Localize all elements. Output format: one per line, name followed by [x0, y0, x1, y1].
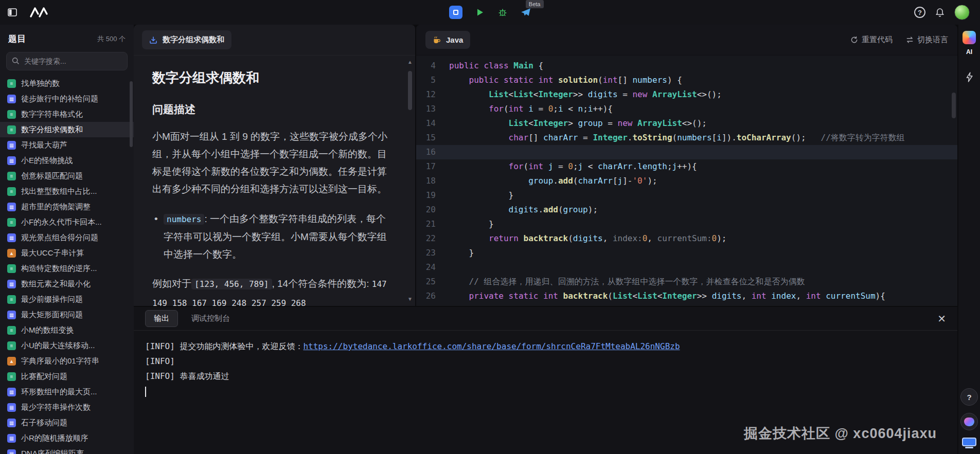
sidebar-item[interactable]: ▦数组元素之和最小化 [0, 276, 134, 292]
rail-top: AI [958, 25, 980, 82]
code-line[interactable]: 19 } [416, 188, 957, 203]
param-name-code: numbers [164, 214, 204, 225]
problem-scrollbar-thumb[interactable] [408, 71, 412, 110]
problem-panel-header: 数字分组求偶数和 [134, 25, 415, 56]
problem-tab[interactable]: 数字分组求偶数和 [142, 30, 231, 49]
sidebar-item[interactable]: ▦最少字符串操作次数 [0, 399, 134, 415]
sidebar-item[interactable]: ▦环形数组中的最大页... [0, 384, 134, 399]
watermark: 掘金技术社区 @ xc0604jiaxu [744, 424, 937, 443]
sidebar-item[interactable]: ≡创意标题匹配问题 [0, 168, 134, 184]
code-line[interactable]: 25 // 组合选择，用递归、回溯的方法，从数字组中选择一个数字，并检查各位之和… [416, 275, 957, 289]
notifications-bell-icon[interactable] [935, 7, 945, 17]
code-line[interactable]: 16 [416, 145, 957, 159]
sidebar-item[interactable]: ▦小R的随机播放顺序 [0, 430, 134, 446]
sidebar-item[interactable]: ≡最少前缀操作问题 [0, 292, 134, 307]
problem-list: ≡找单独的数▦徒步旅行中的补给问题≡数字字符串格式化≡数字分组求偶数和▦寻找最大… [0, 76, 134, 454]
sidebar-toggle-button[interactable] [7, 7, 17, 17]
switch-language-label: 切换语言 [917, 35, 948, 45]
debug-bug-icon[interactable] [497, 7, 508, 17]
switch-language-button[interactable]: 切换语言 [906, 35, 948, 45]
difficulty-icon: ▦ [7, 203, 16, 211]
code-line[interactable]: 24 [416, 260, 957, 275]
line-number: 24 [416, 260, 449, 275]
problem-title: 创意标题匹配问题 [21, 171, 83, 181]
code-line[interactable]: 21 } [416, 217, 957, 231]
sidebar-scrollbar-thumb[interactable] [130, 81, 133, 147]
sidebar-item[interactable]: ▦寻找最大葫芦 [0, 137, 134, 153]
switch-icon [906, 36, 914, 44]
problem-title: 小R的随机播放顺序 [21, 433, 88, 443]
sidebar-item[interactable]: ▦超市里的货物架调整 [0, 199, 134, 214]
code-line[interactable]: 12 List<List<Integer>> digits = new Arra… [416, 87, 957, 102]
ai-assistant-button[interactable] [963, 31, 976, 44]
sidebar-item[interactable]: ≡找单独的数 [0, 76, 134, 91]
sidebar-item[interactable]: ▦小E的怪物挑战 [0, 153, 134, 168]
line-content: return backtrack(digits, index:0, curren… [449, 231, 726, 246]
code-line[interactable]: 5 public static int solution(int[] numbe… [416, 73, 957, 87]
help-float-button[interactable]: ? [960, 388, 978, 406]
lightning-icon[interactable] [966, 72, 973, 82]
sidebar-item[interactable]: ▲字典序最小的01字符串 [0, 353, 134, 369]
search-icon [11, 57, 20, 67]
sidebar-item[interactable]: ≡数字分组求偶数和 [0, 122, 134, 137]
difficulty-icon: ≡ [7, 110, 16, 119]
code-line[interactable]: 20 digits.add(group); [416, 203, 957, 217]
sidebar-item[interactable]: ▦石子移动问题 [0, 415, 134, 430]
difficulty-icon: ▦ [7, 449, 16, 454]
line-number: 19 [416, 188, 449, 203]
scroll-up-button[interactable]: ▲ [407, 59, 413, 66]
run-panel-icon[interactable] [449, 6, 462, 19]
sidebar-item[interactable]: ▦观光景点组合得分问题 [0, 230, 134, 245]
code-line[interactable]: 23 } [416, 246, 957, 260]
sidebar-item[interactable]: ≡比赛配对问题 [0, 369, 134, 384]
code-line[interactable]: 14 List<Integer> group = new ArrayList<>… [416, 116, 957, 131]
close-console-button[interactable]: ✕ [937, 314, 946, 324]
sidebar-item[interactable]: ▦DNA序列编辑距离 [0, 446, 134, 454]
device-button[interactable] [962, 438, 976, 449]
java-tab[interactable]: Java [425, 31, 470, 49]
share-plane-icon[interactable]: Beta [520, 7, 531, 18]
sidebar-item[interactable]: ▦最大矩形面积问题 [0, 307, 134, 322]
sidebar-item[interactable]: ≡数字字符串格式化 [0, 106, 134, 122]
code-line[interactable]: 15 char[] charArr = Integer.toString(num… [416, 131, 957, 145]
tab-output[interactable]: 输出 [145, 310, 178, 327]
code-line[interactable]: 13 for(int i = 0;i < n;i++){ [416, 102, 957, 116]
sidebar-item[interactable]: ▲最大UCC子串计算 [0, 245, 134, 261]
code-line[interactable]: 26 private static int backtrack(List<Lis… [416, 289, 957, 303]
sidebar-item[interactable]: ≡小F的永久代币卡回本... [0, 214, 134, 230]
user-avatar[interactable] [954, 5, 970, 20]
search-input[interactable] [6, 52, 128, 70]
console-line: [INFO] [145, 354, 957, 369]
line-content: private static int backtrack(List<List<I… [449, 289, 885, 303]
console-link[interactable]: https://bytedance.larkoffice.com/share/b… [303, 341, 680, 351]
help-icon[interactable]: ? [914, 7, 925, 18]
code-editor[interactable]: 4public class Main {5 public static int … [416, 56, 957, 306]
difficulty-icon: ≡ [7, 125, 16, 134]
line-number: 4 [416, 59, 449, 73]
sidebar-item[interactable]: ▦徒步旅行中的补给问题 [0, 91, 134, 106]
console-text: [INFO] 提交功能内测体验中，欢迎反馈： [145, 341, 303, 351]
tab-debug-console[interactable]: 调试控制台 [191, 314, 230, 323]
line-content: group.add(charArr[j]-'0'); [449, 174, 657, 188]
console-line: [INFO] 提交功能内测体验中，欢迎反馈：https://bytedance.… [145, 339, 957, 354]
sidebar-item[interactable]: ≡构造特定数组的逆序... [0, 261, 134, 276]
sidebar-item[interactable]: ≡小M的数组变换 [0, 322, 134, 338]
topbar: Beta ? [0, 0, 980, 25]
code-line[interactable]: 18 group.add(charArr[j]-'0'); [416, 174, 957, 188]
code-line[interactable]: 17 for(int j = 0;j < charArr.length;j++)… [416, 159, 957, 174]
reset-code-button[interactable]: 重置代码 [850, 35, 893, 45]
code-line[interactable]: 22 return backtrack(digits, index:0, cur… [416, 231, 957, 246]
difficulty-icon: ▦ [7, 280, 16, 288]
ai-brain-button[interactable] [960, 413, 978, 430]
scroll-down-button[interactable]: ▼ [407, 296, 413, 303]
editor-scrollbar-thumb[interactable] [952, 93, 956, 118]
reset-icon [850, 36, 858, 44]
run-button[interactable] [475, 7, 485, 17]
app-logo-icon[interactable] [29, 7, 50, 18]
sidebar-item[interactable]: ≡小U的最大连续移动... [0, 338, 134, 353]
code-line[interactable]: 4public class Main { [416, 59, 957, 73]
sidebar-item[interactable]: ≡找出整型数组中占比... [0, 184, 134, 199]
problem-title: 观光景点组合得分问题 [21, 233, 98, 243]
line-number: 25 [416, 275, 449, 289]
line-number: 26 [416, 289, 449, 303]
